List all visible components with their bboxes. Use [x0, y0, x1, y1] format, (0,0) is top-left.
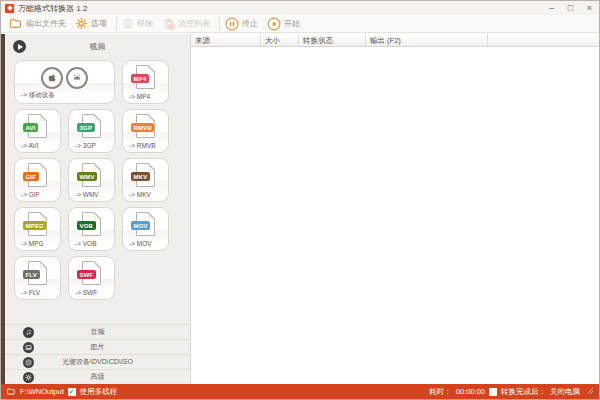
format-badge: 3GP: [77, 123, 95, 132]
format-badge: GIF: [23, 172, 39, 181]
format-tile-gif[interactable]: GIF -> GIF: [14, 158, 61, 202]
format-tile-label: -> FLV: [21, 289, 40, 296]
format-badge: SWF: [77, 270, 96, 279]
file-icon: GIF: [28, 163, 47, 187]
advanced-gear-icon: [23, 372, 34, 383]
format-tile-rmvb[interactable]: RMVB -> RMVB: [122, 109, 169, 153]
format-tile-label: -> 3GP: [75, 142, 96, 149]
format-badge: MPEG: [23, 221, 46, 230]
format-tile-mov[interactable]: MOV -> MOV: [122, 207, 169, 251]
folder-icon: [8, 17, 23, 30]
format-tile-mobile[interactable]: -> 移动设备: [14, 60, 115, 104]
column-status[interactable]: 转换状态: [299, 34, 366, 46]
elapsed-label: 耗时：: [429, 387, 452, 397]
format-tile-mkv[interactable]: MKV -> MKV: [122, 158, 169, 202]
file-icon: AVI: [28, 114, 47, 138]
options-label: 选项: [91, 18, 107, 29]
format-tile-label: -> MP4: [129, 93, 150, 100]
disc-icon: [23, 357, 34, 368]
format-badge: AVI: [23, 123, 38, 132]
music-note-icon: [23, 327, 34, 338]
stop-label: 停止: [242, 18, 258, 29]
apple-icon: [41, 67, 63, 89]
format-tile-label: -> RMVB: [129, 142, 156, 149]
toolbar-separator: [116, 17, 117, 30]
start-button[interactable]: 开始: [267, 17, 300, 31]
section-audio[interactable]: 音频: [5, 324, 190, 339]
titlebar: 万能格式转换器 1.2 – □ ×: [1, 1, 599, 15]
format-tile-label: -> AVI: [21, 142, 38, 149]
resize-grip-icon[interactable]: [586, 387, 594, 397]
format-tile-label: -> MKV: [129, 191, 151, 198]
format-tile-3gp[interactable]: 3GP -> 3GP: [68, 109, 115, 153]
window-controls: – □ ×: [542, 1, 599, 15]
stop-button[interactable]: 停止: [225, 17, 258, 31]
file-icon: WMV: [82, 163, 101, 187]
pause-icon: [225, 17, 239, 31]
picture-icon: [23, 342, 34, 353]
section-image[interactable]: 图片: [5, 339, 190, 354]
format-tile-label: -> GIF: [21, 191, 40, 198]
trash-clear-icon: [162, 17, 175, 30]
section-advanced[interactable]: 高级: [5, 369, 190, 384]
format-tile-swf[interactable]: SWF -> SWF: [68, 256, 115, 300]
format-tile-mp4[interactable]: MP4 -> MP4: [122, 60, 169, 104]
section-collapse-icon[interactable]: [13, 40, 26, 53]
format-badge: RMVB: [131, 123, 154, 132]
file-icon: MKV: [136, 163, 155, 187]
column-output[interactable]: 输出 (F2): [366, 34, 488, 46]
file-icon: RMVB: [136, 114, 155, 138]
after-convert-action[interactable]: 关闭电脑: [550, 387, 580, 397]
multithread-checkbox[interactable]: ✓: [68, 388, 76, 396]
output-folder-label: 输出文件夹: [26, 18, 66, 29]
maximize-button[interactable]: □: [561, 1, 580, 15]
minimize-button[interactable]: –: [542, 1, 561, 15]
format-badge: WMV: [77, 172, 97, 181]
output-path[interactable]: F:\WNOutput: [20, 387, 64, 396]
file-icon: 3GP: [82, 114, 101, 138]
close-button[interactable]: ×: [580, 1, 599, 15]
file-icon: MPEG: [28, 212, 47, 236]
clear-list-button[interactable]: 清空列表: [162, 17, 210, 30]
elapsed-value: 00:00:00: [456, 387, 485, 396]
output-path-icon: [6, 387, 16, 396]
toolbar-separator: [219, 17, 220, 30]
file-list-empty-area[interactable]: [191, 47, 599, 397]
remove-button[interactable]: 移除: [122, 17, 153, 30]
format-tile-avi[interactable]: AVI -> AVI: [14, 109, 61, 153]
output-folder-button[interactable]: 输出文件夹: [8, 17, 66, 30]
video-section-header[interactable]: 视频: [5, 34, 190, 59]
format-tile-mpg[interactable]: MPEG -> MPG: [14, 207, 61, 251]
multithread-label[interactable]: 使用多线程: [80, 387, 118, 397]
format-tile-label: -> SWF: [75, 289, 97, 296]
file-icon: FLV: [28, 261, 47, 285]
format-tiles-grid: -> 移动设备 MP4 -> MP4 AVI -> AVI 3GP -> 3GP: [5, 59, 177, 300]
play-icon: [267, 17, 281, 31]
file-icon: SWF: [82, 261, 101, 285]
file-list-panel: 来源 大小 转换状态 输出 (F2): [191, 34, 599, 384]
options-button[interactable]: 选项: [75, 17, 107, 30]
remove-label: 移除: [137, 18, 153, 29]
format-tile-vob[interactable]: VOB -> VOB: [68, 207, 115, 251]
format-sidebar: 视频 -> 移动设备 MP4 -> MP4 AVI: [5, 34, 191, 384]
file-icon: MOV: [136, 212, 155, 236]
device-icons: [15, 67, 114, 89]
file-list-header: 来源 大小 转换状态 输出 (F2): [191, 34, 599, 47]
statusbar-right: 耗时： 00:00:00 转换完成后： 关闭电脑: [429, 387, 594, 397]
format-tile-flv[interactable]: FLV -> FLV: [14, 256, 61, 300]
format-badge: MKV: [131, 172, 150, 181]
column-size[interactable]: 大小: [261, 34, 299, 46]
format-tile-label: -> MOV: [129, 240, 152, 247]
app-logo-icon: [5, 4, 14, 13]
clear-list-label: 清空列表: [178, 18, 210, 29]
format-tile-label: -> VOB: [75, 240, 97, 247]
window-body: 视频 -> 移动设备 MP4 -> MP4 AVI: [1, 34, 599, 384]
statusbar: F:\WNOutput ✓ 使用多线程 耗时： 00:00:00 转换完成后： …: [1, 384, 599, 399]
video-section-label: 视频: [26, 41, 169, 52]
column-source[interactable]: 来源: [191, 34, 261, 46]
after-convert-checkbox[interactable]: [489, 388, 497, 396]
window-title: 万能格式转换器 1.2: [18, 3, 87, 14]
section-disc[interactable]: 光驱设备\DVD\CD\ISO: [5, 354, 190, 369]
after-convert-label: 转换完成后：: [501, 387, 546, 397]
format-tile-wmv[interactable]: WMV -> WMV: [68, 158, 115, 202]
